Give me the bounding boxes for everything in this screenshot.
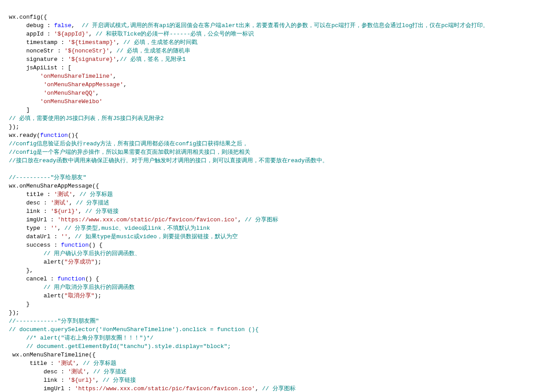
code-line: debug : false, // 开启调试模式,调用的所有api的返回值会在客… bbox=[9, 21, 528, 30]
code-token: '${timestamp}' bbox=[68, 39, 116, 46]
code-token: desc : bbox=[9, 368, 68, 375]
code-line: //config是一个客户端的异步操作，所以如果需要在页面加载时就调用相关接口，… bbox=[9, 148, 528, 156]
code-line: title : '测试', // 分享标题 bbox=[9, 190, 528, 199]
code-token: wx.ready( bbox=[9, 132, 40, 139]
code-token: , bbox=[116, 56, 120, 63]
code-token: , bbox=[69, 200, 76, 206]
code-token: () { bbox=[88, 242, 102, 248]
code-line: // 用户取消分享后执行的回调函数 bbox=[9, 283, 528, 292]
code-token: // 分享标题 bbox=[83, 360, 116, 367]
code-token: '测试' bbox=[57, 360, 76, 367]
code-token: link : bbox=[9, 208, 51, 215]
code-token: //------------"分享到朋友圈" bbox=[9, 318, 99, 324]
code-token: '${signature}' bbox=[68, 56, 116, 63]
code-token: // 分享链接 bbox=[103, 377, 136, 384]
code-line: type : '', // 分享类型,music、video或link，不填默认… bbox=[9, 224, 528, 232]
code-token: , bbox=[71, 22, 81, 29]
code-token: , bbox=[116, 39, 124, 46]
code-token: link : bbox=[9, 377, 68, 384]
code-token: , bbox=[57, 225, 64, 232]
code-token: imgUrl : bbox=[9, 216, 57, 223]
code-token: // 用户确认分享后执行的回调函数、 bbox=[44, 250, 140, 257]
code-line: // document.getElementById("tanchu").sty… bbox=[9, 342, 528, 351]
code-line: wx.ready(function(){ bbox=[9, 131, 528, 140]
code-token: '${appId}' bbox=[54, 31, 88, 37]
code-line: imgUrl : 'https://www.xxx.com/static/pic… bbox=[9, 216, 528, 224]
code-token: , bbox=[96, 90, 99, 96]
code-token bbox=[9, 335, 26, 341]
code-token: ); bbox=[94, 292, 101, 299]
code-token: } bbox=[9, 301, 30, 308]
code-token: // 必填，生成签名的时间戳 bbox=[123, 39, 197, 46]
code-token: timestamp : bbox=[9, 39, 68, 46]
code-token: //* alert("请右上角分享到朋友圈！！！")*/ bbox=[26, 335, 153, 341]
code-token: debug : bbox=[9, 22, 54, 29]
code-token: }); bbox=[9, 124, 19, 130]
code-token: }, bbox=[9, 267, 33, 274]
code-token: //----------"分享给朋友" bbox=[9, 174, 86, 181]
code-token: ); bbox=[94, 259, 101, 265]
code-token: // 分享类型,music、video或link，不填默认为link bbox=[64, 225, 210, 232]
code-token: '${url}' bbox=[68, 377, 96, 384]
code-token: cancel : bbox=[9, 276, 57, 282]
code-line: //* alert("请右上角分享到朋友圈！！！")*/ bbox=[9, 334, 528, 342]
code-line: 'onMenuShareAppMessage', bbox=[9, 80, 528, 89]
code-token: , bbox=[96, 377, 103, 384]
code-line: } bbox=[9, 300, 528, 308]
code-line: wx.config({ bbox=[9, 13, 528, 21]
code-token: // 分享描述 bbox=[93, 368, 127, 375]
code-token: // 必填，生成签名的随机串 bbox=[116, 48, 190, 54]
code-line: link : '${url}', // 分享链接 bbox=[9, 207, 528, 216]
code-line: appId : '${appId}', // 和获取Ticke的必须一样----… bbox=[9, 30, 528, 38]
code-line: // 必填，需要使用的JS接口列表，所有JS接口列表见附录2 bbox=[9, 114, 528, 123]
code-line: dataUrl : '', // 如果type是music或video，则要提供… bbox=[9, 232, 528, 241]
code-token: , bbox=[255, 385, 262, 392]
code-token: 'onMenuShareAppMessage' bbox=[44, 81, 123, 88]
code-token: , bbox=[86, 368, 93, 375]
code-token: function bbox=[57, 276, 85, 282]
code-line: alert("取消分享"); bbox=[9, 292, 528, 300]
code-token: "分享成功" bbox=[64, 259, 95, 265]
code-token: success : bbox=[9, 242, 61, 248]
code-line: //----------"分享给朋友" bbox=[9, 173, 528, 182]
code-token: signature : bbox=[9, 56, 68, 63]
code-token: jsApiList : [ bbox=[9, 64, 71, 71]
code-token: , bbox=[238, 216, 245, 223]
code-line: }, bbox=[9, 266, 528, 275]
code-token: // 用户取消分享后执行的回调函数 bbox=[44, 284, 135, 291]
code-token: () { bbox=[85, 276, 99, 282]
code-token: 'onMenuShareQQ' bbox=[44, 90, 96, 96]
code-token: ] bbox=[9, 107, 30, 113]
code-token: // 必填，需要使用的JS接口列表，所有JS接口列表见附录2 bbox=[9, 115, 164, 122]
code-token: alert( bbox=[9, 292, 64, 299]
code-token: function bbox=[40, 132, 68, 139]
code-token: // 必填，签名，见附录1 bbox=[120, 56, 186, 63]
code-token: // document.querySelector('#onMenuShareT… bbox=[9, 326, 259, 333]
code-token: //config是一个客户端的异步操作，所以如果需要在页面加载时就调用相关接口，… bbox=[9, 149, 250, 156]
code-token: nonceStr : bbox=[9, 48, 64, 54]
code-line: // document.querySelector('#onMenuShareT… bbox=[9, 325, 528, 334]
code-token: }); bbox=[9, 309, 19, 316]
code-token: 'https://www.xxx.com/static/pic/favicon/… bbox=[75, 385, 255, 392]
code-line: imgUrl : 'https://www.xxx.com/static/pic… bbox=[9, 384, 528, 392]
code-line: //接口放在ready函数中调用来确保正确执行。对于用户触发时才调用的接口，则可… bbox=[9, 156, 528, 165]
code-token: '' bbox=[61, 233, 68, 240]
code-line: success : function() { bbox=[9, 241, 528, 249]
code-token: wx.onMenuShareTimeline({ bbox=[9, 352, 96, 358]
code-token: , bbox=[88, 31, 96, 37]
code-token bbox=[9, 73, 40, 80]
code-block: wx.config({ debug : false, // 开启调试模式,调用的… bbox=[9, 13, 528, 392]
code-token: desc : bbox=[9, 200, 51, 206]
code-line: title : '测试', // 分享标题 bbox=[9, 359, 528, 368]
code-line: cancel : function() { bbox=[9, 275, 528, 283]
code-token: // 分享标题 bbox=[80, 191, 113, 198]
code-token bbox=[9, 343, 26, 350]
code-token bbox=[9, 284, 44, 291]
code-line: signature : '${signature}',// 必填，签名，见附录1 bbox=[9, 55, 528, 64]
code-token: imgUrl : bbox=[9, 385, 75, 392]
code-line: nonceStr : '${nonceStr}', // 必填，生成签名的随机串 bbox=[9, 47, 528, 55]
code-line: 'onMenuShareTimeline', bbox=[9, 72, 528, 80]
code-token: , bbox=[109, 48, 116, 54]
code-token: // 分享图标 bbox=[245, 216, 278, 223]
code-token: , bbox=[68, 233, 75, 240]
